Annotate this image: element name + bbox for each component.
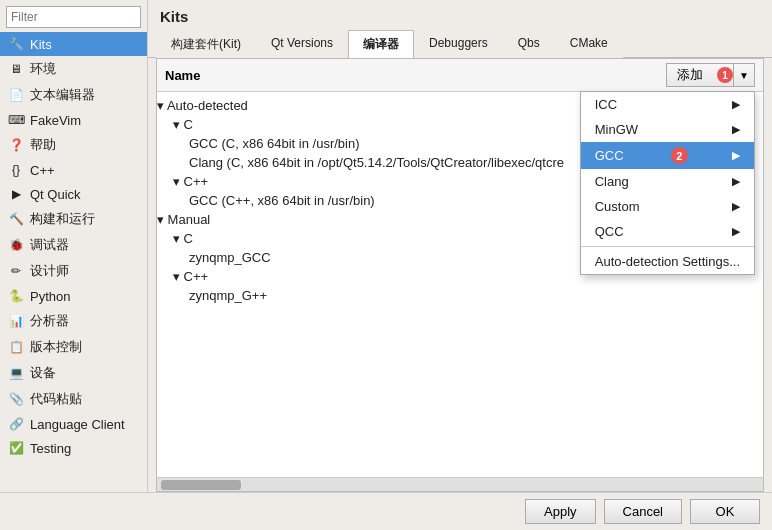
sidebar-item-label: 分析器 [30,312,69,330]
tab-kits-tab[interactable]: 构建套件(Kit) [156,30,256,58]
scroll-thumb[interactable] [161,480,241,490]
submenu-arrow-icon: ▶ [732,200,740,213]
sidebar-item-label: Python [30,289,70,304]
submenu-arrow-icon: ▶ [732,175,740,188]
dropdown-item-label: Custom [595,199,640,214]
build-run-icon: 🔨 [8,211,24,227]
main-panel: Name 添加 1 ▼ ICC▶MinGW▶GCC2▶Clang▶Custom▶… [156,58,764,492]
sidebar-item-analyzer[interactable]: 📊分析器 [0,308,147,334]
tab-compilers-tab[interactable]: 编译器 [348,30,414,58]
env-icon: 🖥 [8,61,24,77]
dropdown-item-qcc[interactable]: QCC▶ [581,219,754,244]
sidebar-item-label: Testing [30,441,71,456]
sidebar-item-label: 调试器 [30,236,69,254]
sidebar-item-code-paste[interactable]: 📎代码粘贴 [0,386,147,412]
tab-qt-versions-tab[interactable]: Qt Versions [256,30,348,58]
sidebar-item-label: 代码粘贴 [30,390,82,408]
language-client-icon: 🔗 [8,416,24,432]
sidebar-item-designer[interactable]: ✏设计师 [0,258,147,284]
dropdown-item-gcc[interactable]: GCC2▶ [581,142,754,169]
ok-button[interactable]: OK [690,499,760,524]
sidebar-item-text-editor[interactable]: 📄文本编辑器 [0,82,147,108]
cancel-button[interactable]: Cancel [604,499,682,524]
main-container: 🔧Kits🖥环境📄文本编辑器⌨FakeVim❓帮助{}C++▶Qt Quick🔨… [0,0,772,492]
sidebar: 🔧Kits🖥环境📄文本编辑器⌨FakeVim❓帮助{}C++▶Qt Quick🔨… [0,0,148,492]
sidebar-item-label: 环境 [30,60,56,78]
dropdown-item-label: GCC [595,148,624,163]
panel-header: Name 添加 1 ▼ ICC▶MinGW▶GCC2▶Clang▶Custom▶… [157,59,763,92]
sidebar-item-cpp[interactable]: {}C++ [0,158,147,182]
sidebar-item-language-client[interactable]: 🔗Language Client [0,412,147,436]
dropdown-item-mingw[interactable]: MinGW▶ [581,117,754,142]
dropdown-item-label: Clang [595,174,629,189]
sidebar-item-qt-quick[interactable]: ▶Qt Quick [0,182,147,206]
sidebar-item-label: 版本控制 [30,338,82,356]
submenu-arrow-icon: ▶ [732,98,740,111]
auto-detection-settings-item[interactable]: Auto-detection Settings... [581,249,754,274]
bottom-bar: Apply Cancel OK [0,492,772,530]
content-area: Kits 构建套件(Kit)Qt Versions编译器DebuggersQbs… [148,0,772,492]
sidebar-items: 🔧Kits🖥环境📄文本编辑器⌨FakeVim❓帮助{}C++▶Qt Quick🔨… [0,32,147,460]
help-icon: ❓ [8,137,24,153]
sidebar-item-label: FakeVim [30,113,81,128]
tree-item[interactable]: zynqmp_G++ [157,286,763,305]
dropdown-badge: 2 [671,147,688,164]
fakevim-icon: ⌨ [8,112,24,128]
code-paste-icon: 📎 [8,391,24,407]
analyzer-icon: 📊 [8,313,24,329]
debugger-icon: 🐞 [8,237,24,253]
tab-qbs-tab[interactable]: Qbs [503,30,555,58]
name-column-header: Name [165,68,200,83]
sidebar-item-version-control[interactable]: 📋版本控制 [0,334,147,360]
add-button-container: 添加 1 ▼ ICC▶MinGW▶GCC2▶Clang▶Custom▶QCC▶A… [666,63,755,87]
sidebar-item-label: Language Client [30,417,125,432]
sidebar-item-kits[interactable]: 🔧Kits [0,32,147,56]
apply-button[interactable]: Apply [525,499,596,524]
add-button-arrow-icon[interactable]: ▼ [733,64,754,86]
horizontal-scrollbar[interactable] [157,477,763,491]
add-button[interactable]: 添加 1 ▼ [666,63,755,87]
sidebar-item-label: Kits [30,37,52,52]
dropdown-separator [581,246,754,247]
dropdown-item-label: ICC [595,97,617,112]
cpp-icon: {} [8,162,24,178]
sidebar-item-label: 构建和运行 [30,210,95,228]
sidebar-item-label: 设备 [30,364,56,382]
sidebar-item-debugger[interactable]: 🐞调试器 [0,232,147,258]
sidebar-item-label: 帮助 [30,136,56,154]
sidebar-item-label: 文本编辑器 [30,86,95,104]
tabs-bar: 构建套件(Kit)Qt Versions编译器DebuggersQbsCMake [148,29,772,58]
filter-container [0,0,147,32]
sidebar-item-devices[interactable]: 💻设备 [0,360,147,386]
sidebar-item-fakevim[interactable]: ⌨FakeVim [0,108,147,132]
dropdown-item-icc[interactable]: ICC▶ [581,92,754,117]
sidebar-item-label: 设计师 [30,262,69,280]
dropdown-item-custom[interactable]: Custom▶ [581,194,754,219]
sidebar-item-build-run[interactable]: 🔨构建和运行 [0,206,147,232]
page-title: Kits [148,0,772,29]
qt-quick-icon: ▶ [8,186,24,202]
submenu-arrow-icon: ▶ [732,225,740,238]
dropdown-item-label: QCC [595,224,624,239]
testing-icon: ✅ [8,440,24,456]
tab-cmake-tab[interactable]: CMake [555,30,623,58]
kits-icon: 🔧 [8,36,24,52]
sidebar-item-testing[interactable]: ✅Testing [0,436,147,460]
sidebar-item-python[interactable]: 🐍Python [0,284,147,308]
tab-debuggers-tab[interactable]: Debuggers [414,30,503,58]
dropdown-item-label: MinGW [595,122,638,137]
add-button-label: 添加 [667,66,713,84]
version-control-icon: 📋 [8,339,24,355]
sidebar-item-env[interactable]: 🖥环境 [0,56,147,82]
devices-icon: 💻 [8,365,24,381]
sidebar-item-label: Qt Quick [30,187,81,202]
filter-input[interactable] [6,6,141,28]
submenu-arrow-icon: ▶ [732,149,740,162]
text-editor-icon: 📄 [8,87,24,103]
sidebar-item-help[interactable]: ❓帮助 [0,132,147,158]
add-badge: 1 [717,67,733,83]
python-icon: 🐍 [8,288,24,304]
designer-icon: ✏ [8,263,24,279]
dropdown-item-clang[interactable]: Clang▶ [581,169,754,194]
submenu-arrow-icon: ▶ [732,123,740,136]
